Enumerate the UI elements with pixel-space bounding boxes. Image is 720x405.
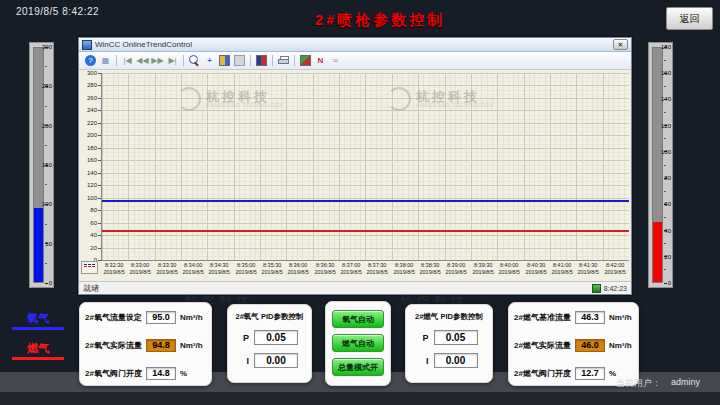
x-tick-date: 2019/8/5 bbox=[286, 269, 310, 275]
oxygen-flow-value-field[interactable]: 95.0 bbox=[146, 311, 176, 324]
hmi-screen: 2019/8/5 8:42:22 2#喷枪参数控制 返回 杭控科技 杭控科技 3… bbox=[0, 0, 720, 405]
x-tick-label: 8:35:302019/8/5 bbox=[260, 263, 284, 276]
gas-flow-label: 2#燃气阀门开度 bbox=[514, 368, 571, 379]
x-tick-label: 8:41:002019/8/5 bbox=[550, 263, 574, 276]
gas-flow-row: 2#燃气基准流量46.3Nm³/h bbox=[509, 303, 638, 331]
gas-flow-value-field[interactable]: 12.7 bbox=[575, 367, 605, 380]
close-icon[interactable]: ✕ bbox=[613, 39, 628, 50]
ruler-icon[interactable]: ≍ bbox=[328, 54, 343, 68]
gauge-track bbox=[652, 47, 663, 283]
oxygen-pid-panel: 2#氧气 PID参数控制 P0.05I0.00 bbox=[227, 304, 312, 383]
oxygen-pid-param-field[interactable]: 0.00 bbox=[254, 353, 298, 368]
x-tick-date: 2019/8/5 bbox=[181, 269, 205, 275]
x-tick-label: 8:36:002019/8/5 bbox=[286, 263, 310, 276]
gas-pid-row: I0.00 bbox=[406, 353, 492, 368]
y-tick-label: 60 bbox=[90, 220, 97, 226]
gas-flow-label: 2#燃气实际流量 bbox=[514, 340, 571, 351]
printer-body bbox=[278, 59, 289, 64]
y-tick-mark bbox=[98, 85, 101, 86]
gas-pid-panel: 2#燃气 PID参数控制 P0.05I0.00 bbox=[405, 304, 493, 383]
x-tick-label: 8:36:302019/8/5 bbox=[313, 263, 337, 276]
x-tick-label: 8:39:002019/8/5 bbox=[445, 263, 469, 276]
y-tick-label: 120 bbox=[87, 182, 97, 188]
x-tick-time: 8:36:00 bbox=[286, 263, 310, 269]
x-tick-date: 2019/8/5 bbox=[576, 269, 600, 275]
gauge-tick bbox=[664, 230, 667, 231]
help-icon[interactable]: ? bbox=[85, 55, 96, 66]
x-tick-time: 8:42:00 bbox=[603, 263, 627, 269]
gas-pid-param-field[interactable]: 0.00 bbox=[434, 353, 478, 368]
current-user: 当前用户： adminy bbox=[616, 377, 700, 390]
gauge-scale: 180160140120100806040200 bbox=[664, 47, 672, 283]
x-tick-date: 2019/8/5 bbox=[207, 269, 231, 275]
connect-backup-icon[interactable] bbox=[298, 54, 313, 68]
mode-button[interactable]: 总量模式开 bbox=[332, 358, 384, 376]
page-title: 2#喷枪参数控制 bbox=[190, 11, 570, 30]
x-tick-label: 8:37:302019/8/5 bbox=[365, 263, 389, 276]
y-tick-label: 220 bbox=[87, 120, 97, 126]
toolbar-separator bbox=[272, 55, 273, 66]
oxygen-flow-value-field[interactable]: 14.8 bbox=[146, 367, 176, 380]
original-view-icon[interactable] bbox=[232, 54, 247, 68]
y-tick-label: 80 bbox=[90, 207, 97, 213]
wincc-window-icon bbox=[82, 40, 92, 50]
oxygen-pid-title: 2#氧气 PID参数控制 bbox=[228, 312, 311, 322]
next-record-icon[interactable]: ▶▶ bbox=[150, 54, 165, 68]
x-tick-time: 8:39:00 bbox=[445, 263, 469, 269]
x-tick-time: 8:35:30 bbox=[260, 263, 284, 269]
configure-dialog-icon[interactable]: ▦ bbox=[98, 54, 113, 68]
gauge-tick bbox=[664, 125, 667, 126]
back-button[interactable]: 返回 bbox=[666, 7, 713, 30]
toolbar-separator bbox=[116, 55, 117, 66]
zoom-area-icon[interactable] bbox=[187, 54, 202, 68]
gas-pid-param-field[interactable]: 0.05 bbox=[434, 330, 478, 345]
gauge-tick bbox=[45, 165, 48, 166]
oxygen-flow-unit: Nm³/h bbox=[180, 341, 203, 350]
mode-button[interactable]: 燃气自动 bbox=[332, 334, 384, 352]
oxygen-pid-param-field[interactable]: 0.05 bbox=[254, 330, 298, 345]
oxygen-pid-param-label: I bbox=[241, 356, 249, 366]
x-tick-label: 8:37:002019/8/5 bbox=[339, 263, 363, 276]
wincc-trend-window: WinCC OnlineTrendControl ✕ ?▦|◀◀◀▶▶▶|+N≍… bbox=[78, 37, 632, 295]
x-tick-time: 8:38:00 bbox=[392, 263, 416, 269]
first-record-icon[interactable]: |◀ bbox=[120, 54, 135, 68]
x-tick-date: 2019/8/5 bbox=[524, 269, 548, 275]
window-titlebar: WinCC OnlineTrendControl ✕ bbox=[79, 38, 631, 52]
last-record-icon[interactable]: ▶| bbox=[165, 54, 180, 68]
gas-flow-value-field[interactable]: 46.3 bbox=[575, 311, 605, 324]
toolbar-separator bbox=[250, 55, 251, 66]
gauge-minor-tick bbox=[45, 184, 47, 185]
system-datetime: 2019/8/5 8:42:22 bbox=[16, 6, 99, 17]
legend-swatch bbox=[84, 264, 95, 265]
y-tick-label: 280 bbox=[87, 82, 97, 88]
move-trend-area-icon[interactable]: + bbox=[202, 54, 217, 68]
move-axes-area-icon[interactable] bbox=[217, 54, 232, 68]
y-tick-label: 100 bbox=[87, 195, 97, 201]
y-tick-label: 20 bbox=[90, 245, 97, 251]
oxygen-level-gauge: 300250200150100500 bbox=[29, 42, 54, 288]
watermark-logo-icon bbox=[387, 87, 411, 111]
x-tick-label: 8:40:002019/8/5 bbox=[497, 263, 521, 276]
x-tick-time: 8:34:30 bbox=[207, 263, 231, 269]
x-tick-date: 2019/8/5 bbox=[445, 269, 469, 275]
y-tick-mark bbox=[98, 123, 101, 124]
x-tick-label: 8:38:002019/8/5 bbox=[392, 263, 416, 276]
print-icon[interactable] bbox=[276, 54, 291, 68]
gas-flow-unit: Nm³/h bbox=[609, 313, 632, 322]
y-tick-label: 300 bbox=[87, 70, 97, 76]
online-data-icon[interactable]: N bbox=[313, 54, 328, 68]
pause-update-icon[interactable] bbox=[254, 54, 269, 68]
gas-flow-unit: Nm³/h bbox=[609, 341, 632, 350]
x-tick-time: 8:35:00 bbox=[234, 263, 258, 269]
x-tick-time: 8:36:30 bbox=[313, 263, 337, 269]
gauge-tick-label: 0 bbox=[49, 280, 52, 286]
previous-record-icon[interactable]: ◀◀ bbox=[135, 54, 150, 68]
oxygen-flow-label: 2#氧气实际流量 bbox=[85, 340, 142, 351]
mode-button[interactable]: 氧气自动 bbox=[332, 310, 384, 328]
oxygen-flow-row: 2#氧气流量设定95.0Nm³/h bbox=[80, 303, 211, 331]
gauge-minor-tick bbox=[45, 66, 47, 67]
bottom-strip bbox=[0, 392, 720, 405]
oxygen-flow-value-field: 94.8 bbox=[146, 339, 176, 352]
gas-pid-param-label: I bbox=[421, 356, 429, 366]
x-tick-time: 8:41:00 bbox=[550, 263, 574, 269]
